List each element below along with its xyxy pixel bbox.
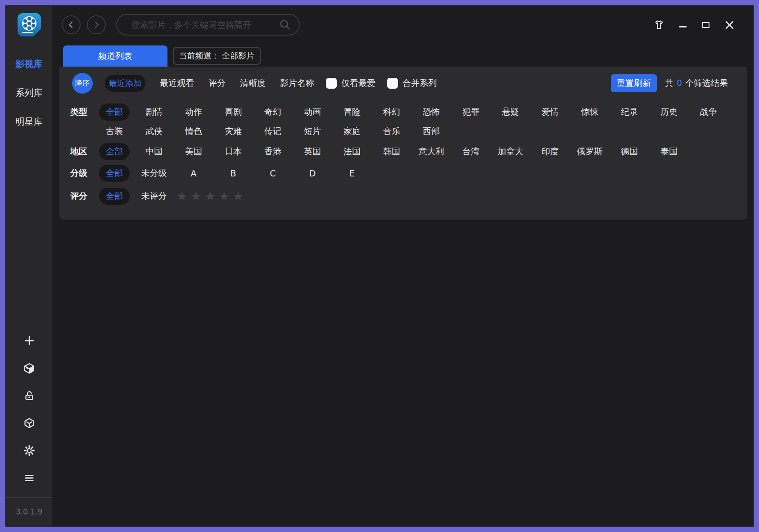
reset-refresh-button[interactable]: 重置刷新 xyxy=(611,74,657,92)
sidebar-item-1[interactable]: 影视库 xyxy=(6,50,52,78)
filter-option[interactable]: 犯罪 xyxy=(451,102,491,122)
maximize-icon[interactable] xyxy=(700,19,711,30)
filter-option[interactable]: 中国 xyxy=(134,142,174,161)
theme-shirt-icon[interactable] xyxy=(654,19,664,30)
checkbox[interactable] xyxy=(387,78,398,89)
filter-option[interactable]: 情色 xyxy=(174,122,213,141)
filter-option[interactable]: 德国 xyxy=(610,142,649,161)
filter-option[interactable]: 爱情 xyxy=(530,102,570,122)
filter-option[interactable]: 英国 xyxy=(293,142,332,161)
filter-option[interactable]: D xyxy=(293,163,332,183)
add-icon[interactable] xyxy=(23,335,35,347)
filter-option[interactable]: 历史 xyxy=(649,102,689,122)
filter-option[interactable]: 科幻 xyxy=(372,102,411,122)
filter-option[interactable]: 家庭 xyxy=(332,122,372,141)
filter-row-label: 类型 xyxy=(70,102,95,122)
filter-option[interactable]: 动作 xyxy=(174,102,213,122)
filter-option[interactable]: 恐怖 xyxy=(411,102,451,122)
filter-option[interactable]: 印度 xyxy=(530,142,570,161)
search-icon[interactable] xyxy=(279,19,291,31)
filter-option[interactable]: C xyxy=(253,163,293,183)
sort-checkboxes: 仅看最爱合并系列 xyxy=(314,77,437,89)
filter-option[interactable]: 全部 xyxy=(95,186,134,206)
filter-option[interactable]: 纪录 xyxy=(610,102,649,122)
filter-rows: 类型全部剧情动作喜剧奇幻动画冒险科幻恐怖犯罪悬疑爱情惊悚纪录历史战争古装武侠情色… xyxy=(59,102,747,206)
filter-option[interactable]: 韩国 xyxy=(372,142,411,161)
filter-option[interactable]: 悬疑 xyxy=(491,102,530,122)
filter-option[interactable]: 意大利 xyxy=(411,142,451,161)
result-count: 0 xyxy=(677,78,682,88)
filter-option[interactable]: E xyxy=(332,163,372,183)
forward-button[interactable] xyxy=(87,15,106,34)
sort-option[interactable]: 影片名称 xyxy=(280,77,314,89)
filter-row-label: 评分 xyxy=(70,186,95,206)
window-controls xyxy=(654,19,753,30)
filter-option[interactable]: 灾难 xyxy=(213,122,253,141)
checkbox-label: 仅看最爱 xyxy=(341,77,375,89)
search-input[interactable] xyxy=(131,20,279,30)
filter-option[interactable]: 全部 xyxy=(95,142,134,161)
app-window: 影视库系列库明星库 xyxy=(6,6,753,526)
filter-option[interactable]: 短片 xyxy=(293,122,332,141)
filter-panel: 降序 最近添加最近观看评分清晰度影片名称 仅看最爱合并系列 重置刷新 共0个筛选… xyxy=(59,67,747,220)
filter-option[interactable]: 战争 xyxy=(689,102,728,122)
settings-gear-icon[interactable] xyxy=(23,445,35,456)
filter-option[interactable]: 古装 xyxy=(95,122,134,141)
media-box-icon[interactable] xyxy=(23,362,35,374)
checkbox-group[interactable]: 仅看最爱 xyxy=(326,77,375,89)
filter-option[interactable]: 全部 xyxy=(95,163,134,183)
sort-option[interactable]: 最近观看 xyxy=(160,77,194,89)
filter-option[interactable]: 音乐 xyxy=(372,122,411,141)
tab-current-channel[interactable]: 当前频道： 全部影片 xyxy=(173,47,261,65)
filter-option[interactable]: 泰国 xyxy=(649,142,689,161)
filter-options: 全部未评分★★★★★ xyxy=(95,186,730,206)
back-button[interactable] xyxy=(62,15,81,34)
filter-options: 全部剧情动作喜剧奇幻动画冒险科幻恐怖犯罪悬疑爱情惊悚纪录历史战争古装武侠情色灾难… xyxy=(95,102,730,141)
filter-option[interactable]: 惊悚 xyxy=(570,102,610,122)
lock-open-icon[interactable] xyxy=(23,390,35,401)
filter-option[interactable]: 法国 xyxy=(332,142,372,161)
sidebar-item-2[interactable]: 系列库 xyxy=(6,78,52,107)
menu-icon[interactable] xyxy=(23,472,35,484)
filter-option[interactable]: 冒险 xyxy=(332,102,372,122)
search-box[interactable] xyxy=(116,14,300,36)
filter-option[interactable]: 剧情 xyxy=(134,102,174,122)
checkbox-label: 合并系列 xyxy=(402,77,437,89)
filter-option[interactable]: 香港 xyxy=(253,142,293,161)
filter-option[interactable]: 台湾 xyxy=(451,142,491,161)
tabstrip: 频道列表 当前频道： 全部影片 xyxy=(52,43,753,67)
filter-option[interactable]: 奇幻 xyxy=(253,102,293,122)
star-rating[interactable]: ★★★★★ xyxy=(176,186,247,206)
sort-option[interactable]: 清晰度 xyxy=(240,77,266,89)
sort-order-button[interactable]: 降序 xyxy=(72,73,93,94)
minimize-icon[interactable] xyxy=(677,19,688,30)
filter-option[interactable]: 动画 xyxy=(293,102,332,122)
main-area: 频道列表 当前频道： 全部影片 降序 最近添加最近观看评分清晰度影片名称 仅看最… xyxy=(52,6,753,526)
filter-option[interactable]: 加拿大 xyxy=(491,142,530,161)
filter-option[interactable]: 喜剧 xyxy=(213,102,253,122)
filter-option[interactable]: B xyxy=(213,163,253,183)
filter-option[interactable]: 未评分 xyxy=(134,186,174,206)
filter-row-grade: 分级全部未分级ABCDE xyxy=(59,163,747,183)
filter-option[interactable]: 日本 xyxy=(213,142,253,161)
checkbox[interactable] xyxy=(326,78,337,89)
close-icon[interactable] xyxy=(724,19,735,30)
filter-option[interactable]: A xyxy=(174,163,213,183)
filter-option[interactable]: 美国 xyxy=(174,142,213,161)
filter-option[interactable]: 未分级 xyxy=(134,163,174,183)
filter-option[interactable]: 全部 xyxy=(95,102,134,122)
filter-option[interactable]: 西部 xyxy=(411,122,451,141)
sidebar-item-3[interactable]: 明星库 xyxy=(6,107,52,136)
checkbox-group[interactable]: 合并系列 xyxy=(387,77,437,89)
filter-option[interactable]: 武侠 xyxy=(134,122,174,141)
sort-right-group: 重置刷新 共0个筛选结果 xyxy=(611,74,728,92)
filter-row-type: 类型全部剧情动作喜剧奇幻动画冒险科幻恐怖犯罪悬疑爱情惊悚纪录历史战争古装武侠情色… xyxy=(59,102,747,141)
tab-channel-list[interactable]: 频道列表 xyxy=(63,45,167,67)
filter-option[interactable]: 俄罗斯 xyxy=(570,142,610,161)
package-cube-icon[interactable] xyxy=(23,417,35,429)
sort-option[interactable]: 最近添加 xyxy=(105,75,145,92)
filter-option[interactable]: 传记 xyxy=(253,122,293,141)
topbar xyxy=(52,6,753,43)
sort-option[interactable]: 评分 xyxy=(208,77,226,89)
filter-options: 全部未分级ABCDE xyxy=(95,163,730,183)
